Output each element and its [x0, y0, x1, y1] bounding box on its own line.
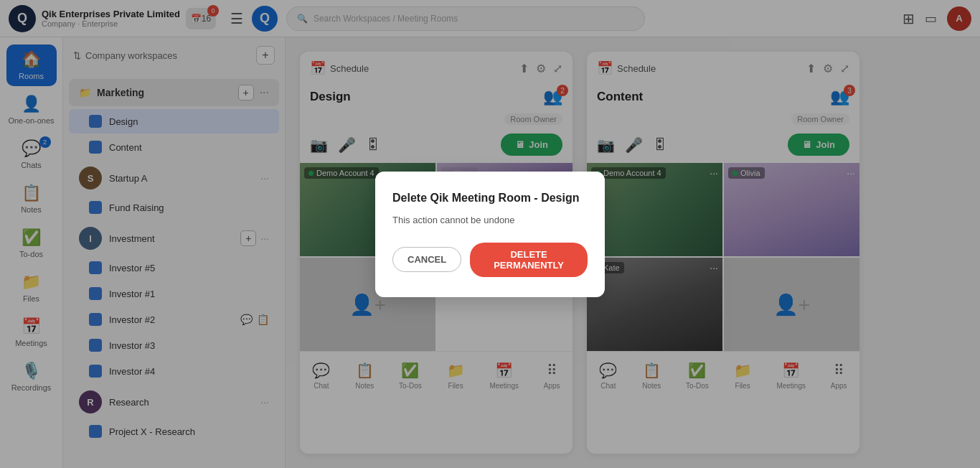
delete-modal: Delete Qik Meeting Room - Design This ac…	[375, 172, 605, 297]
main-content: 📅 Schedule ⬆ ⚙ ⤢ Design 👥 2	[286, 37, 980, 468]
modal-delete-button[interactable]: DELETE PERMANENTLY	[470, 243, 588, 277]
modal-body: This action cannot be undone	[392, 215, 588, 225]
modal-title: Delete Qik Meeting Room - Design	[392, 192, 588, 205]
modal-cancel-button[interactable]: CANCEL	[392, 247, 461, 272]
modal-actions: CANCEL DELETE PERMANENTLY	[392, 243, 588, 277]
modal-overlay[interactable]: Delete Qik Meeting Room - Design This ac…	[286, 37, 980, 468]
main-layout: 🏠 Rooms 👤 One-on-ones 2 💬 Chats 📋 Notes …	[0, 37, 980, 468]
